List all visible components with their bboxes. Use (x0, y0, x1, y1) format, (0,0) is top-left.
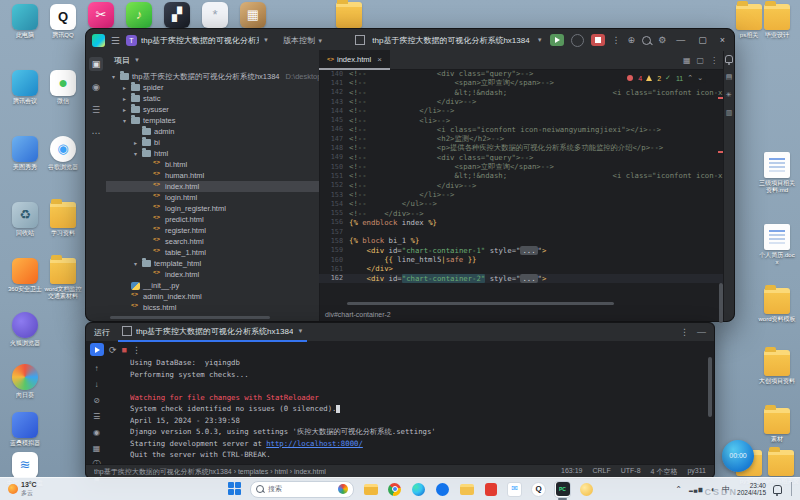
tree-item[interactable]: admin (106, 126, 319, 137)
desktop-icon[interactable]: 蓝叠模拟器 (6, 412, 44, 447)
console-action-icon[interactable]: ◉ (90, 427, 103, 438)
tab-bar-action-icon[interactable]: ▦ (683, 56, 691, 65)
tool-stripe-icon[interactable]: ☰ (89, 103, 103, 117)
run-config-tab[interactable]: thp基于疾控大数据的可视化分析系统hx1384 ▼ (118, 322, 307, 342)
tree-chevron-icon[interactable]: ▾ (121, 117, 128, 124)
editor-hscrollbar[interactable] (347, 302, 614, 305)
tree-item[interactable]: ▾ template_html (106, 258, 319, 269)
tree-item[interactable]: __init__.py (106, 280, 319, 291)
tree-item[interactable]: predict.html (106, 214, 319, 225)
tree-item[interactable]: login.html (106, 192, 319, 203)
tree-item[interactable]: bicss.html (106, 302, 319, 313)
tree-chevron-icon[interactable]: ▸ (121, 84, 128, 91)
close-tab-icon[interactable]: × (377, 55, 382, 64)
code-line[interactable]: 150 <!-- <span>立即查询</span>--> (319, 162, 724, 171)
hide-panel-icon[interactable]: — (697, 327, 706, 337)
code-line[interactable]: 149 <!-- <div class="query">--> (319, 153, 724, 162)
code-line[interactable]: 151 <!-- &lt;!&ndash; <i class="iconfont… (319, 171, 724, 180)
taskbar-app[interactable]: PC (554, 481, 571, 498)
code-line[interactable]: 147 <!-- <h2>监测</h2>--> (319, 134, 724, 143)
tab-bar-action-icon[interactable]: ⋮ (710, 56, 718, 65)
status-breadcrumb[interactable]: thp基于疾控大数据的可视化分析系统hx1384 › templates › h… (94, 467, 326, 477)
console-action-icon[interactable]: ⊘ (90, 395, 103, 406)
main-menu-icon[interactable]: ☰ (111, 35, 120, 46)
add-user-icon[interactable]: ⊕ (628, 35, 636, 45)
clock[interactable]: 23:40 2024/4/15 (737, 482, 766, 497)
desktop-icon[interactable]: 美图秀秀 (6, 136, 44, 171)
desktop-icon[interactable]: 素材 (758, 408, 796, 443)
desktop-icon[interactable]: ● 微信 (44, 70, 82, 105)
settings-gear-icon[interactable]: ⚙ (658, 35, 666, 45)
maximize-button[interactable]: ▢ (695, 35, 710, 45)
desktop-icon[interactable]: 个人简历.docx (758, 224, 796, 266)
taskbar-app[interactable] (386, 481, 403, 498)
code-line[interactable]: 158 {% block bi_1 %} (319, 236, 724, 245)
run-toolbar-icon[interactable]: ⋮ (132, 345, 141, 355)
taskbar-app[interactable] (578, 481, 595, 498)
notification-bell-icon[interactable] (773, 485, 782, 494)
tree-item[interactable]: table_1.html (106, 247, 319, 258)
code-line[interactable]: 159 <div id="chart-container-1" style=".… (319, 246, 724, 255)
start-button[interactable] (228, 482, 242, 496)
vcs-widget[interactable]: 版本控制 ▼ (283, 35, 323, 46)
code-line[interactable]: 153 <!-- </li>--> (319, 190, 724, 199)
code-line[interactable]: 144 <!-- </li>--> (319, 106, 724, 115)
code-line[interactable]: 156 {% endblock index %} (319, 218, 724, 227)
weather-widget[interactable]: 13°C 多云 (0, 481, 45, 497)
desktop-icon[interactable]: 腾讯会议 (6, 70, 44, 105)
stop-button[interactable] (591, 34, 605, 46)
project-panel-header[interactable]: 项目▼ (106, 51, 319, 69)
desktop-icon[interactable]: 360安全卫士 (6, 258, 44, 293)
desktop-icon[interactable]: 向日葵 (6, 364, 44, 399)
tree-item[interactable]: ▸ static (106, 93, 319, 104)
search-input[interactable]: 搜索 (250, 481, 354, 498)
taskbar-app[interactable]: Q (530, 481, 547, 498)
code-editor[interactable]: 140 <!-- <div class="query">--> 141 <!--… (319, 69, 724, 299)
tree-item[interactable]: login_register.html (106, 203, 319, 214)
taskbar-app[interactable] (362, 481, 379, 498)
tree-chevron-icon[interactable]: ▾ (132, 150, 139, 157)
title-bar[interactable]: ☰ T thp基于疾控大数据的可视化分析系统hx1384 ▼ 版本控制 ▼ th… (86, 29, 734, 51)
status-item[interactable]: 4 个空格 (651, 467, 678, 477)
tree-item[interactable]: ▾ thp基于疾控大数据的可视化分析系统hx1384 D:\desktop\th… (106, 71, 319, 82)
taskbar-app[interactable]: ✉ (506, 481, 523, 498)
run-button[interactable] (550, 34, 564, 46)
desktop-icon[interactable]: 大创项目资料 (758, 350, 796, 385)
tree-item[interactable]: human.html (106, 170, 319, 181)
tree-chevron-icon[interactable]: ▾ (110, 73, 117, 80)
desktop-icon[interactable]: 火狐浏览器 (6, 312, 44, 347)
debug-button[interactable] (571, 34, 584, 47)
tree-item[interactable]: index.html (106, 269, 319, 280)
tool-stripe-icon[interactable]: ▥ (726, 109, 733, 117)
desktop-icon[interactable]: ◉ 谷歌浏览器 (44, 136, 82, 171)
code-line[interactable]: 146 <!-- <i class="iconfont icon-neiwang… (319, 125, 724, 134)
run-toolbar-icon[interactable]: ■ (122, 345, 127, 355)
run-tool-label[interactable]: 运行 (94, 327, 110, 338)
inspection-widget[interactable]: 4 2 ✓11 ⌃ ⌄ (624, 73, 706, 83)
console-action-icon[interactable]: ↑ (90, 363, 103, 374)
desktop-icon[interactable]: 此电脑 (6, 4, 44, 39)
console-action-icon[interactable]: ☰ (90, 411, 103, 422)
taskbar-app[interactable] (458, 481, 475, 498)
status-item[interactable]: CRLF (592, 467, 610, 477)
tree-item[interactable]: search.html (106, 236, 319, 247)
tab-bar-action-icon[interactable]: ▢ (696, 56, 704, 65)
code-line[interactable]: 161 </div> (319, 264, 724, 273)
next-problem-icon[interactable]: ⌄ (697, 74, 703, 82)
tree-item[interactable]: ▸ sysuser (106, 104, 319, 115)
tool-stripe-icon[interactable]: ▤ (726, 73, 733, 81)
desktop-icon[interactable]: Q 腾讯QQ (44, 4, 82, 39)
tree-item[interactable]: register.html (106, 225, 319, 236)
tree-item[interactable]: ▸ bi (106, 137, 319, 148)
more-actions-icon[interactable]: ⋮ (612, 35, 621, 45)
code-line[interactable]: 145 <!-- <li>--> (319, 115, 724, 124)
network-icon[interactable]: ▂▄▆ (689, 486, 703, 492)
desktop-icon[interactable]: word资料模板 (758, 288, 796, 323)
close-button[interactable]: × (717, 35, 728, 45)
breadcrumb[interactable]: div#chart-container-2 (325, 311, 391, 318)
desktop-icon[interactable]: ♻ 回收站 (6, 202, 44, 237)
run-console[interactable]: Using DataBase: yiqingdbPerforming syste… (130, 357, 704, 462)
search-icon[interactable] (642, 36, 651, 45)
project-hscrollbar[interactable] (110, 316, 270, 319)
prev-problem-icon[interactable]: ⌃ (687, 74, 693, 82)
